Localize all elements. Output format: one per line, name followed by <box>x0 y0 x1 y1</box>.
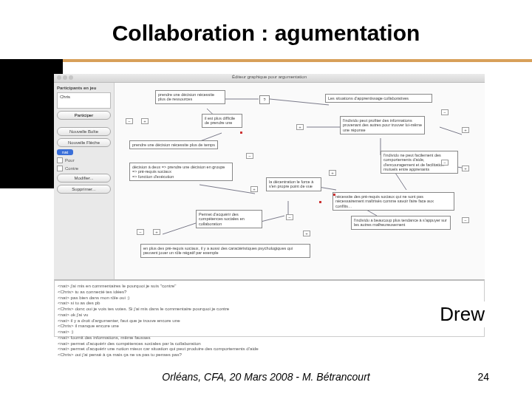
chat-line: <nat> ok j'ai vu <box>58 312 481 318</box>
svg-line-12 <box>163 223 196 234</box>
minus-icon[interactable]: − <box>286 214 293 220</box>
pour-checkbox[interactable]: Pour <box>57 157 111 163</box>
minus-icon[interactable]: − <box>441 160 449 166</box>
minus-icon[interactable]: − <box>462 217 469 223</box>
chat-line: <Chris> tu as connecté tes idées? <box>58 289 481 295</box>
participants-list: Chris <box>57 92 111 109</box>
participer-button[interactable]: Participer <box>57 111 111 120</box>
minus-icon[interactable]: − <box>137 229 144 235</box>
svg-line-1 <box>270 99 329 105</box>
chat-line: <nat> :) <box>58 329 481 335</box>
graph-node[interactable]: Permet d'acquérir des compétences social… <box>196 210 262 228</box>
graph-node[interactable]: prendre une décision nécessite plus de t… <box>129 140 218 149</box>
footer-text: Orléans, CFA, 20 Mars 2008 - M. Bétranco… <box>0 371 532 383</box>
plus-icon[interactable]: + <box>296 124 304 130</box>
minus-icon[interactable]: − <box>126 118 133 124</box>
graph-node[interactable]: l'individu peut profiter des information… <box>340 116 425 134</box>
checkbox-icon[interactable] <box>57 157 63 163</box>
plus-icon[interactable]: + <box>303 231 310 236</box>
graph-node[interactable]: en plus des pré-requis sociaux, il y a a… <box>140 244 310 258</box>
supprimer-button[interactable]: Supprimer... <box>57 185 111 194</box>
chat-line: <Chris> il manque encore une <box>58 323 481 329</box>
participant-name: Chris <box>60 95 108 99</box>
chat-line: <nat> si tu as des pb <box>58 300 481 306</box>
chat-line: <nat> pas bien dans mon rôle oui :) <box>58 295 481 301</box>
chat-log: <nat> j'ai mis en commentaires le pourqu… <box>54 279 485 337</box>
chat-line: <nat> il y a droit d'argumenter, faut qu… <box>58 318 481 324</box>
minus-icon[interactable]: − <box>246 153 253 159</box>
plus-icon[interactable]: + <box>250 186 258 192</box>
contre-checkbox[interactable]: Contre <box>57 166 111 171</box>
graph-node[interactable]: prendre une décision nécessite plus de r… <box>155 90 225 104</box>
graph-node[interactable]: il est plus difficile de prendre une <box>202 114 242 128</box>
nouvelle-fleche-button[interactable]: Nouvelle Flèche <box>57 138 111 147</box>
chat-line: <nat> j'ai mis en commentaires le pourqu… <box>58 283 481 289</box>
nat-badge: nat <box>57 149 73 155</box>
slide-title: Collaboration : agumentation <box>0 21 532 46</box>
marker-dot <box>240 132 242 134</box>
marker-dot <box>333 194 335 196</box>
plus-icon[interactable]: + <box>462 166 469 171</box>
chat-line: <nat> permet d'acquérir une notion mieux… <box>58 346 481 352</box>
chat-line: <Chris> oui j'ai pensé à ça mais ça ne v… <box>58 352 481 358</box>
tool-label: Drew <box>435 301 489 327</box>
svg-line-14 <box>440 127 462 134</box>
plus-icon[interactable]: + <box>153 229 160 235</box>
page-number: 24 <box>477 371 489 383</box>
accent-line <box>63 59 532 62</box>
marker-dot <box>319 201 321 203</box>
graph-node[interactable]: ? <box>259 95 270 104</box>
chat-line: <Chris> donc oui je vois tes votes. Si j… <box>58 306 481 312</box>
checkbox-icon[interactable] <box>57 166 63 171</box>
contre-label: Contre <box>65 166 78 171</box>
chat-line: <nat> fournit des informations, même fau… <box>58 335 481 341</box>
participants-label: Participants en jeu <box>57 86 111 90</box>
graph-node[interactable]: l'individu a beaucoup plus tendance à s'… <box>351 216 451 230</box>
modifier-button[interactable]: Modifier... <box>57 174 111 183</box>
graph-node[interactable]: Les situations d'apprentissage collabora… <box>325 94 432 103</box>
svg-line-6 <box>200 185 255 194</box>
minus-icon[interactable]: − <box>441 109 449 115</box>
graph-node[interactable]: décision à deux => prendre une décision … <box>129 163 233 181</box>
window-title: Éditeur graphique pour argumentation <box>54 75 485 79</box>
plus-icon[interactable]: + <box>329 170 336 176</box>
chat-line: <nat> permet d'acquérir des compétences … <box>58 341 481 347</box>
plus-icon[interactable]: + <box>141 118 149 124</box>
pour-label: Pour <box>65 158 75 163</box>
graph-canvas[interactable]: prendre une décision nécessite plus de r… <box>115 83 485 279</box>
svg-line-11 <box>395 173 406 190</box>
plus-icon[interactable]: + <box>462 127 469 133</box>
app-window: Éditeur graphique pour argumentation Par… <box>54 74 485 279</box>
nouvelle-boite-button[interactable]: Nouvelle Boîte <box>57 127 111 136</box>
window-titlebar: Éditeur graphique pour argumentation <box>54 74 485 83</box>
sidebar: Participants en jeu Chris Participer Nou… <box>54 83 115 279</box>
graph-node[interactable]: nécessite des pré-requis sociaux qui ne … <box>332 192 454 211</box>
graph-node[interactable]: la décentration le force à s'en propre p… <box>266 177 321 191</box>
